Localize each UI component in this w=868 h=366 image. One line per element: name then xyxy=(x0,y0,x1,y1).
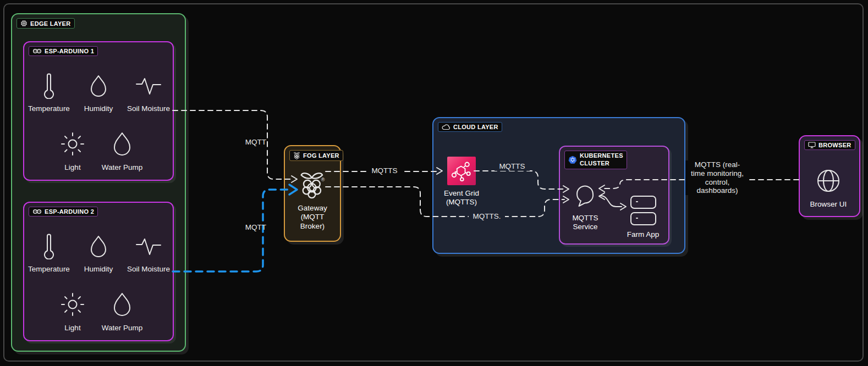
sun-icon xyxy=(59,292,86,318)
browser-title: BROWSER xyxy=(818,142,851,148)
cloud-layer-badge: CLOUD LAYER xyxy=(438,122,502,132)
mqtts-label-browser: MQTTS (real- time monitoring, control, d… xyxy=(685,160,749,195)
fog-layer-badge: FOG LAYER xyxy=(289,150,343,161)
event-grid-label: Event Grid (MQTTS) xyxy=(444,189,479,207)
browser-badge: BROWSER xyxy=(804,140,855,150)
waveform-icon xyxy=(135,73,162,99)
waveform-icon xyxy=(135,233,162,259)
sensor-soil-moisture: Soil Moisture xyxy=(122,73,175,113)
esp-arduino-2-box: ESP-ARDUINO 2 Temperature Humidity xyxy=(23,202,174,341)
sensor-label: Temperature xyxy=(28,265,70,273)
sensor-light: Light xyxy=(46,292,99,332)
sensor-label: Water Pump xyxy=(102,163,143,171)
chat-bubble-icon xyxy=(574,184,597,210)
sensor-label: Light xyxy=(64,324,80,332)
led-dot xyxy=(636,201,638,202)
edge-layer-badge: EDGE LAYER xyxy=(17,18,75,29)
mqtt-label-2: MQTT xyxy=(235,223,266,232)
fog-layer-title: FOG LAYER xyxy=(303,152,339,159)
sensor-label: Water Pump xyxy=(102,324,143,332)
cloud-layer-box: CLOUD LAYER Event Grid (MQTTS) xyxy=(432,117,685,254)
kubernetes-icon xyxy=(568,156,577,164)
raspberry-pi-icon xyxy=(293,152,300,159)
mqtts-service-node: MQTTS Service xyxy=(563,184,608,232)
sensor-temperature: Temperature xyxy=(23,233,75,273)
sensor-label: Soil Moisture xyxy=(127,104,170,113)
droplet-icon xyxy=(88,73,109,99)
sensor-label: Temperature xyxy=(28,104,70,113)
mqtts-service-label: MQTTS Service xyxy=(572,214,598,232)
esp-arduino-1-box: ESP-ARDUINO 1 Temperature Humidity xyxy=(23,41,174,181)
edge-layer-box: EDGE LAYER ESP-ARDUINO 1 xyxy=(11,13,186,352)
event-grid-icon xyxy=(447,157,476,185)
sensor-label: Humidity xyxy=(84,265,113,273)
water-droplet-icon xyxy=(111,292,134,318)
farm-app-label: Farm App xyxy=(627,230,660,239)
led-dot xyxy=(636,218,638,219)
svg-text:®: ® xyxy=(321,177,325,182)
arduino-infinity-icon xyxy=(32,209,42,214)
water-droplet-icon xyxy=(111,131,134,158)
kubernetes-cluster-box: KUBERNETES CLUSTER MQTTS Service Farm Ap… xyxy=(559,146,669,245)
browser-ui-node: Browser UI xyxy=(800,168,857,209)
server-rect-icon xyxy=(630,212,656,225)
thermometer-icon xyxy=(43,73,54,99)
thermometer-icon xyxy=(43,233,54,259)
esp-arduino-2-badge: ESP-ARDUINO 2 xyxy=(29,207,98,217)
event-grid-node: Event Grid (MQTTS) xyxy=(431,157,492,207)
sensor-water-pump: Water Pump xyxy=(96,131,149,171)
sun-icon xyxy=(59,131,86,158)
cloud-icon xyxy=(442,124,451,130)
sensor-humidity: Humidity xyxy=(72,233,125,273)
sensor-water-pump: Water Pump xyxy=(96,292,149,332)
sensor-soil-moisture: Soil Moisture xyxy=(122,233,175,273)
browser-ui-label: Browser UI xyxy=(810,200,847,209)
fog-layer-box: FOG LAYER ® Gateway (MQTT Broker) xyxy=(284,145,341,242)
esp-arduino-2-title: ESP-ARDUINO 2 xyxy=(45,208,94,215)
mqtts-label-eventgrid-service: MQTTS xyxy=(495,162,530,171)
sensor-label: Humidity xyxy=(84,104,113,113)
droplet-icon xyxy=(88,233,109,259)
gateway-node: ® Gateway (MQTT Broker) xyxy=(289,170,336,231)
mqtt-label-1: MQTT xyxy=(235,138,266,147)
farm-app-node: Farm App xyxy=(625,196,661,239)
mqtts-label-gateway-service: MQTTS. xyxy=(469,212,505,221)
chip-icon xyxy=(20,20,28,27)
esp-arduino-1-title: ESP-ARDUINO 1 xyxy=(45,48,94,54)
monitor-icon xyxy=(808,142,816,148)
sensor-temperature: Temperature xyxy=(23,73,75,113)
cloud-layer-title: CLOUD LAYER xyxy=(453,124,498,130)
server-rect-icon xyxy=(630,196,656,209)
sensor-label: Light xyxy=(64,163,80,171)
sensor-light: Light xyxy=(46,131,99,171)
browser-box: BROWSER Browser UI xyxy=(799,135,860,217)
iot-architecture-diagram: EDGE LAYER ESP-ARDUINO 1 xyxy=(0,0,868,366)
esp-arduino-1-badge: ESP-ARDUINO 1 xyxy=(29,46,98,56)
sensor-humidity: Humidity xyxy=(72,73,125,113)
mqtts-label-gateway-eventgrid: MQTTS xyxy=(367,167,402,175)
kubernetes-cluster-badge: KUBERNETES CLUSTER xyxy=(564,151,627,169)
gateway-label: Gateway (MQTT Broker) xyxy=(298,204,327,231)
sensor-label: Soil Moisture xyxy=(127,265,170,273)
arduino-infinity-icon xyxy=(32,48,42,54)
edge-layer-title: EDGE LAYER xyxy=(30,20,71,27)
kubernetes-cluster-title: KUBERNETES CLUSTER xyxy=(580,152,623,168)
raspberry-pi-icon: ® xyxy=(299,170,326,201)
globe-icon xyxy=(816,168,841,196)
